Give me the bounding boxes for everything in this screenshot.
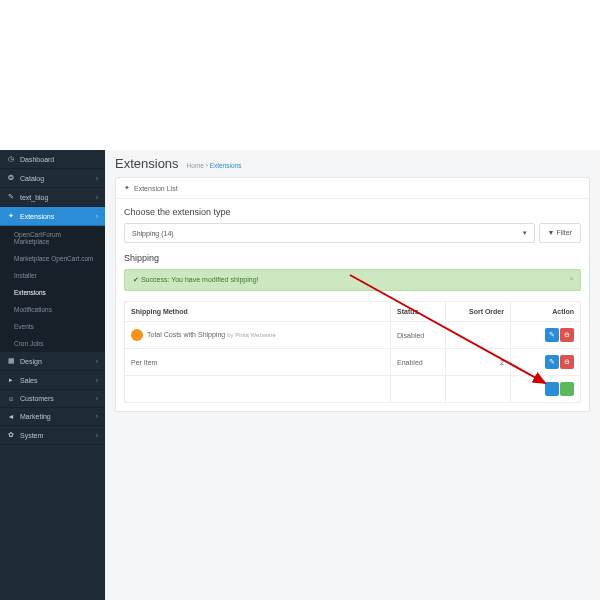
row-by: by Pinta Webware bbox=[227, 332, 276, 338]
sub-installer[interactable]: Installer bbox=[0, 267, 105, 284]
marketing-icon: ◄ bbox=[7, 413, 15, 420]
breadcrumb-current[interactable]: Extensions bbox=[210, 162, 242, 169]
col-action: Action bbox=[511, 302, 581, 322]
nav-label: text_blog bbox=[20, 194, 48, 201]
breadcrumb: Home › Extensions bbox=[187, 162, 242, 169]
table-row bbox=[125, 376, 581, 403]
table-row: Total Costs with Shipping by Pinta Webwa… bbox=[125, 322, 581, 349]
success-alert: ✔ Success: You have modified shipping! × bbox=[124, 269, 581, 291]
nav-label: Design bbox=[20, 358, 42, 365]
panel-header: ✦ Extension List bbox=[116, 178, 589, 199]
breadcrumb-home[interactable]: Home bbox=[187, 162, 204, 169]
remove-button[interactable]: ⊖ bbox=[560, 355, 574, 369]
nav-label: Customers bbox=[20, 395, 54, 402]
chevron-right-icon: › bbox=[96, 175, 98, 182]
section-title: Shipping bbox=[124, 253, 581, 263]
col-method: Shipping Method bbox=[125, 302, 391, 322]
sub-modifications[interactable]: Modifications bbox=[0, 301, 105, 318]
nav-marketing[interactable]: ◄Marketing› bbox=[0, 408, 105, 426]
edit-button[interactable]: ✎ bbox=[545, 328, 559, 342]
choose-label: Choose the extension type bbox=[124, 207, 581, 217]
table-row: Per Item Enabled 2 ✎⊖ bbox=[125, 349, 581, 376]
filter-button[interactable]: ▼ Filter bbox=[539, 223, 581, 243]
nav-label: Marketing bbox=[20, 413, 51, 420]
row-name: Per Item bbox=[125, 349, 391, 376]
row-status: Disabled bbox=[391, 322, 446, 349]
nav-customers[interactable]: ☺Customers› bbox=[0, 390, 105, 408]
nav-dashboard[interactable]: ◷Dashboard bbox=[0, 150, 105, 169]
panel-title: Extension List bbox=[134, 185, 178, 192]
chevron-right-icon: › bbox=[96, 432, 98, 439]
chevron-down-icon: ▾ bbox=[523, 229, 527, 237]
row-sort: 2 bbox=[446, 349, 511, 376]
col-status: Status bbox=[391, 302, 446, 322]
chevron-right-icon: › bbox=[96, 194, 98, 201]
select-value: Shipping (14) bbox=[132, 230, 174, 237]
chevron-right-icon: › bbox=[96, 213, 98, 220]
chevron-right-icon: › bbox=[96, 377, 98, 384]
chevron-right-icon: › bbox=[96, 358, 98, 365]
nav-label: Catalog bbox=[20, 175, 44, 182]
customers-icon: ☺ bbox=[7, 395, 15, 402]
system-icon: ✿ bbox=[7, 431, 15, 439]
install-button[interactable] bbox=[560, 382, 574, 396]
sub-marketplace-forum[interactable]: OpenCartForum Marketplace bbox=[0, 226, 105, 250]
remove-button[interactable]: ⊖ bbox=[560, 328, 574, 342]
extensions-icon: ✦ bbox=[7, 212, 15, 220]
nav-label: Dashboard bbox=[20, 156, 54, 163]
row-sort bbox=[446, 322, 511, 349]
blog-icon: ✎ bbox=[7, 193, 15, 201]
catalog-icon: ❂ bbox=[7, 174, 15, 182]
design-icon: ▦ bbox=[7, 357, 15, 365]
edit-button[interactable] bbox=[545, 382, 559, 396]
chevron-right-icon: › bbox=[96, 395, 98, 402]
nav-system[interactable]: ✿System› bbox=[0, 426, 105, 445]
nav-catalog[interactable]: ❂Catalog› bbox=[0, 169, 105, 188]
row-status: Enabled bbox=[391, 349, 446, 376]
close-icon[interactable]: × bbox=[569, 274, 574, 283]
panel: ✦ Extension List Choose the extension ty… bbox=[115, 177, 590, 412]
edit-button[interactable]: ✎ bbox=[545, 355, 559, 369]
sub-cronjobs[interactable]: Cron Jobs bbox=[0, 335, 105, 352]
nav-sales[interactable]: ▸Sales› bbox=[0, 371, 105, 390]
nav-label: Extensions bbox=[20, 213, 54, 220]
dashboard-icon: ◷ bbox=[7, 155, 15, 163]
nav-design[interactable]: ▦Design› bbox=[0, 352, 105, 371]
shipping-table: Shipping Method Status Sort Order Action… bbox=[124, 301, 581, 403]
nav-label: Sales bbox=[20, 377, 38, 384]
check-icon: ✔ bbox=[133, 276, 139, 283]
sales-icon: ▸ bbox=[7, 376, 15, 384]
chevron-right-icon: › bbox=[96, 413, 98, 420]
nav-label: System bbox=[20, 432, 43, 439]
page-title: Extensions bbox=[115, 156, 179, 171]
product-icon bbox=[131, 329, 143, 341]
list-icon: ✦ bbox=[124, 184, 130, 192]
sub-events[interactable]: Events bbox=[0, 318, 105, 335]
col-sort: Sort Order bbox=[446, 302, 511, 322]
row-name: Total Costs with Shipping bbox=[147, 331, 225, 338]
extension-type-select[interactable]: Shipping (14) ▾ bbox=[124, 223, 535, 243]
main-content: Extensions Home › Extensions ✦ Extension… bbox=[105, 150, 600, 600]
alert-text: Success: You have modified shipping! bbox=[141, 276, 259, 283]
nav-textblog[interactable]: ✎text_blog› bbox=[0, 188, 105, 207]
sidebar: ◷Dashboard ❂Catalog› ✎text_blog› ✦Extens… bbox=[0, 150, 105, 600]
sub-marketplace-oc[interactable]: Marketplace OpenCart.com bbox=[0, 250, 105, 267]
sub-extensions[interactable]: Extensions bbox=[0, 284, 105, 301]
nav-extensions[interactable]: ✦Extensions› bbox=[0, 207, 105, 226]
